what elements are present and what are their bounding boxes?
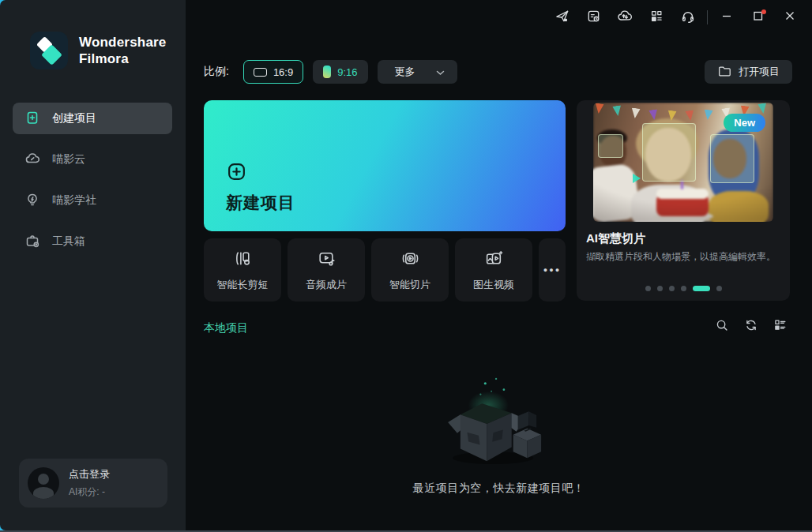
minimize-icon xyxy=(721,10,732,24)
face-detection-box xyxy=(598,134,623,158)
sidebar-item-toolbox[interactable]: 工具箱 xyxy=(13,226,172,257)
promo-dots xyxy=(577,286,790,291)
folder-icon xyxy=(717,64,731,81)
sidebar-item-cloud[interactable]: 喵影云 xyxy=(13,144,172,175)
tool-image-to-video[interactable]: 图生视频 xyxy=(455,238,532,302)
refresh-button[interactable] xyxy=(742,318,760,335)
close-icon xyxy=(784,10,795,24)
tool-audio-to-video[interactable]: 音频成片 xyxy=(288,238,365,302)
brand-line1: Wondershare xyxy=(79,34,167,51)
more-tools-button[interactable]: ●●● xyxy=(539,238,566,302)
search-button[interactable] xyxy=(713,318,731,335)
empty-state: 最近项目为空，快去新建项目吧！ xyxy=(186,374,812,496)
promo-dot[interactable] xyxy=(681,286,686,291)
tool-smart-clip[interactable]: 智能切片 xyxy=(371,238,449,302)
cloud-sync-button[interactable] xyxy=(609,0,641,35)
minimize-button[interactable] xyxy=(711,0,742,35)
brand-line2: Filmora xyxy=(79,51,167,67)
cloud-sync-icon xyxy=(617,8,633,27)
headset-icon xyxy=(680,8,696,27)
new-project-label: 新建项目 xyxy=(226,192,295,214)
send-feedback-button[interactable] xyxy=(546,0,577,35)
tool-label: 音频成片 xyxy=(306,278,347,292)
landscape-rect-icon xyxy=(254,68,267,77)
promo-dot[interactable] xyxy=(669,286,675,291)
ratio-label: 比例: xyxy=(204,65,229,79)
close-button[interactable] xyxy=(774,0,806,35)
search-icon xyxy=(715,318,729,335)
promo-title: AI智慧切片 xyxy=(586,231,645,246)
smart-clip-icon xyxy=(400,249,420,271)
apps-grid-button[interactable] xyxy=(641,0,672,35)
sidebar-item-create-project[interactable]: 创建项目 xyxy=(13,103,172,134)
chevron-down-icon xyxy=(436,66,445,78)
ratio-button-label: 9:16 xyxy=(337,66,357,78)
sidebar: Wondershare Filmora 创建项目 xyxy=(0,0,186,530)
ratio-button-label: 16:9 xyxy=(273,66,293,78)
filmora-logo-icon xyxy=(30,32,68,69)
empty-state-message: 最近项目为空，快去新建项目吧！ xyxy=(186,481,812,496)
promo-thumbnail[interactable]: New xyxy=(593,103,773,222)
bulb-icon xyxy=(24,192,40,210)
tool-long-to-short[interactable]: 智能长剪短 xyxy=(204,238,281,302)
ratio-button-16-9[interactable]: 16:9 xyxy=(243,60,303,84)
titlebar xyxy=(186,0,812,35)
titlebar-separator xyxy=(707,10,708,24)
portrait-phone-icon xyxy=(323,66,331,78)
image-to-video-icon xyxy=(484,249,504,271)
app-logo: Wondershare Filmora xyxy=(30,32,167,69)
view-toggle-button[interactable] xyxy=(772,318,789,335)
task-queue-icon xyxy=(586,9,601,27)
sidebar-item-label: 创建项目 xyxy=(52,111,96,126)
face-detection-box xyxy=(642,123,696,182)
plus-square-icon xyxy=(226,171,247,185)
empty-box-illustration xyxy=(436,456,562,470)
login-label[interactable]: 点击登录 xyxy=(69,467,110,481)
promo-dot[interactable] xyxy=(716,286,722,291)
local-projects-title: 本地项目 xyxy=(204,321,248,335)
tool-label: 智能切片 xyxy=(389,278,430,292)
ratio-button-9-16[interactable]: 9:16 xyxy=(313,60,367,84)
avatar xyxy=(28,467,59,499)
promo-dot[interactable] xyxy=(693,286,710,291)
user-login-card[interactable]: 点击登录 AI积分: - xyxy=(19,459,167,508)
ellipsis-icon: ●●● xyxy=(543,266,561,274)
update-indicator xyxy=(761,9,766,14)
sidebar-item-academy[interactable]: 喵影学社 xyxy=(13,185,172,216)
send-icon xyxy=(554,9,570,27)
task-queue-button[interactable] xyxy=(577,0,609,35)
cloud-icon xyxy=(24,151,40,169)
support-button[interactable] xyxy=(672,0,704,35)
sidebar-item-label: 喵影云 xyxy=(52,152,85,167)
more-ratios-dropdown[interactable]: 更多 xyxy=(378,60,457,84)
tool-label: 图生视频 xyxy=(473,278,514,292)
open-project-button[interactable]: 打开项目 xyxy=(705,60,792,84)
sidebar-item-label: 喵影学社 xyxy=(52,193,96,208)
aspect-ratio-toolbar: 比例: 16:9 9:16 更多 打开项目 xyxy=(204,60,792,84)
sidebar-item-label: 工具箱 xyxy=(52,234,85,249)
sidebar-menu: 创建项目 喵影云 喵影学社 xyxy=(13,103,172,267)
audio-to-video-icon xyxy=(317,249,336,271)
local-projects-actions xyxy=(713,318,789,335)
promo-dot[interactable] xyxy=(657,286,663,291)
list-view-icon xyxy=(773,318,788,335)
play-icon xyxy=(633,174,641,183)
promo-description: 擷取精選片段和人物場景，以提高編輯效率。 xyxy=(586,250,782,264)
more-ratios-label: 更多 xyxy=(395,65,415,79)
new-project-doc-icon xyxy=(24,110,40,128)
long-to-short-icon xyxy=(233,249,253,271)
promo-dot[interactable] xyxy=(645,286,651,291)
open-project-label: 打开项目 xyxy=(739,65,780,79)
new-badge: New xyxy=(724,114,765,132)
refresh-icon xyxy=(744,318,758,335)
filmora-window: Wondershare Filmora 创建项目 xyxy=(0,0,812,532)
apps-grid-icon xyxy=(649,9,664,26)
toolbox-icon xyxy=(24,233,40,251)
promo-card-ai-smart-clip: New AI智慧切片 擷取精選片段和人物場景，以提高編輯效率。 xyxy=(577,100,790,301)
maximize-button[interactable] xyxy=(742,0,774,35)
brand-name: Wondershare Filmora xyxy=(79,34,167,67)
tool-label: 智能长剪短 xyxy=(217,278,269,292)
ai-credits-label: AI积分: - xyxy=(69,485,110,499)
face-detection-box xyxy=(710,134,754,183)
new-project-card[interactable]: 新建项目 xyxy=(204,100,566,231)
